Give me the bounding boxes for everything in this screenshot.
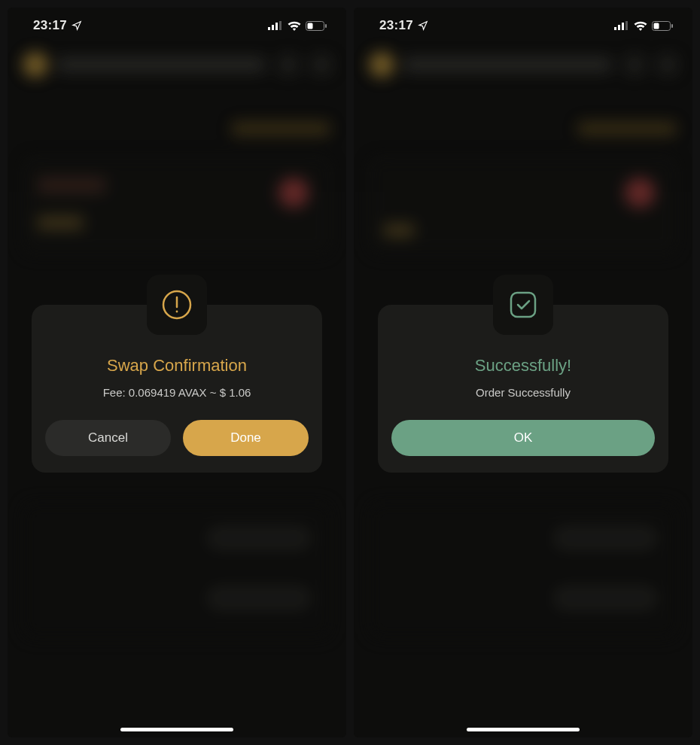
svg-rect-12 bbox=[622, 23, 624, 30]
svg-rect-11 bbox=[618, 25, 620, 30]
success-modal: Successfully! Order Successfully OK bbox=[378, 305, 668, 473]
home-indicator[interactable] bbox=[467, 728, 580, 731]
location-arrow-icon bbox=[72, 20, 82, 31]
status-bar-left: 23:17 bbox=[33, 18, 82, 33]
svg-rect-0 bbox=[268, 27, 270, 30]
modal-title: Successfully! bbox=[391, 356, 655, 376]
modal-title: Swap Confirmation bbox=[45, 356, 309, 376]
alert-circle-icon bbox=[160, 288, 193, 321]
svg-rect-10 bbox=[614, 27, 616, 30]
wifi-icon bbox=[288, 21, 301, 31]
button-row: Cancel Done bbox=[45, 420, 309, 456]
swap-confirmation-modal: Swap Confirmation Fee: 0.069419 AVAX ~ $… bbox=[32, 305, 322, 473]
svg-rect-1 bbox=[272, 25, 274, 30]
svg-point-9 bbox=[176, 311, 178, 313]
status-time: 23:17 bbox=[33, 18, 67, 33]
phone-screen-success: 23:17 Successfully! Order Successfully O… bbox=[354, 8, 692, 737]
svg-rect-2 bbox=[275, 23, 278, 30]
phone-screen-confirmation: 23:17 Swap Confirmation Fee: 0.069419 AV… bbox=[8, 8, 346, 737]
check-square-icon bbox=[507, 288, 540, 321]
location-arrow-icon bbox=[418, 20, 428, 31]
svg-rect-16 bbox=[671, 24, 673, 28]
svg-rect-13 bbox=[625, 21, 628, 30]
svg-rect-17 bbox=[511, 293, 535, 317]
status-bar-right bbox=[268, 21, 327, 31]
svg-rect-15 bbox=[654, 23, 659, 29]
home-indicator[interactable] bbox=[120, 728, 233, 731]
status-bar: 23:17 bbox=[8, 8, 346, 44]
wifi-icon bbox=[634, 21, 647, 31]
cancel-button[interactable]: Cancel bbox=[45, 420, 171, 456]
svg-rect-5 bbox=[308, 23, 313, 29]
fee-text: Fee: 0.069419 AVAX ~ $ 1.06 bbox=[45, 386, 309, 399]
status-bar-right bbox=[614, 21, 673, 31]
cellular-signal-icon bbox=[614, 21, 629, 30]
status-bar-left: 23:17 bbox=[379, 18, 428, 33]
success-message: Order Successfully bbox=[391, 386, 655, 399]
battery-icon bbox=[306, 21, 327, 31]
alert-badge bbox=[147, 275, 207, 335]
cellular-signal-icon bbox=[268, 21, 283, 30]
ok-button[interactable]: OK bbox=[391, 420, 655, 456]
svg-rect-6 bbox=[325, 24, 327, 28]
done-button[interactable]: Done bbox=[183, 420, 309, 456]
svg-rect-3 bbox=[279, 21, 282, 30]
status-time: 23:17 bbox=[379, 18, 413, 33]
success-badge bbox=[493, 275, 553, 335]
battery-icon bbox=[652, 21, 673, 31]
status-bar: 23:17 bbox=[354, 8, 692, 44]
button-row: OK bbox=[391, 420, 655, 456]
